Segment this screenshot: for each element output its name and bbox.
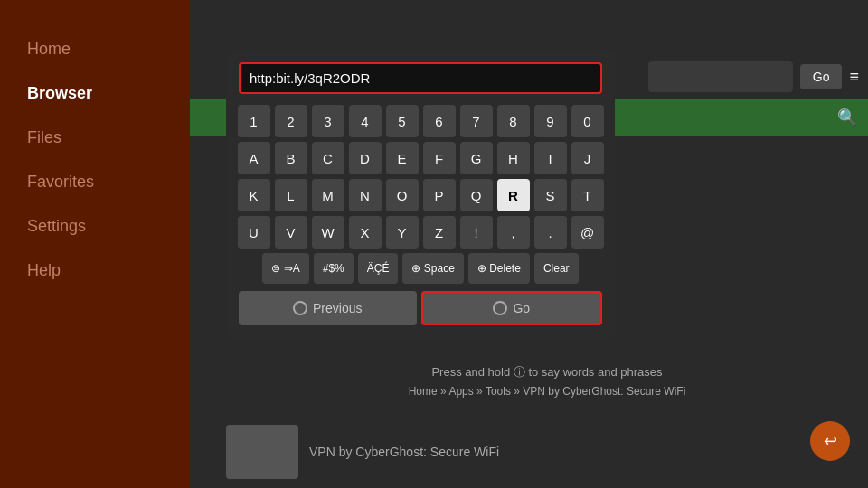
key-O[interactable]: O bbox=[386, 179, 419, 211]
app-thumbnail bbox=[226, 425, 298, 479]
topbar-menu-button[interactable]: ≡ bbox=[849, 68, 859, 87]
key-X[interactable]: X bbox=[349, 216, 382, 249]
main-content: Go ≡ 🔍 1 2 3 4 5 6 7 8 9 0 A bbox=[190, 0, 868, 488]
go-label: Go bbox=[513, 301, 530, 315]
previous-circle-icon bbox=[293, 301, 307, 315]
share-button[interactable]: ↩ bbox=[810, 421, 850, 461]
key-C[interactable]: C bbox=[312, 142, 344, 174]
key-0[interactable]: 0 bbox=[571, 105, 604, 137]
go-circle-icon bbox=[493, 301, 507, 315]
app-title: VPN by CyberGhost: Secure WiFi bbox=[309, 445, 499, 459]
key-comma[interactable]: , bbox=[497, 216, 530, 249]
key-4[interactable]: 4 bbox=[349, 105, 382, 137]
topbar-go-button[interactable]: Go bbox=[800, 64, 843, 89]
sidebar-item-home[interactable]: Home bbox=[0, 27, 190, 71]
breadcrumb-page: VPN by CyberGhost: Secure WiFi bbox=[523, 385, 685, 398]
search-icon: 🔍 bbox=[837, 108, 857, 127]
key-at[interactable]: @ bbox=[571, 216, 604, 249]
key-R[interactable]: R bbox=[497, 179, 530, 211]
keyboard: 1 2 3 4 5 6 7 8 9 0 A B C D E F G H bbox=[239, 105, 602, 284]
go-button[interactable]: Go bbox=[421, 291, 603, 325]
key-L[interactable]: L bbox=[275, 179, 307, 211]
key-row-aj: A B C D E F G H I J bbox=[239, 142, 602, 174]
url-input[interactable] bbox=[239, 62, 602, 94]
sidebar-item-favorites[interactable]: Favorites bbox=[0, 160, 190, 204]
key-M[interactable]: M bbox=[312, 179, 344, 211]
key-delete[interactable]: ⊕ Delete bbox=[468, 253, 530, 284]
key-row-numbers: 1 2 3 4 5 6 7 8 9 0 bbox=[239, 105, 602, 137]
key-I[interactable]: I bbox=[534, 142, 567, 174]
sidebar-item-browser[interactable]: Browser bbox=[0, 71, 190, 116]
key-1[interactable]: 1 bbox=[238, 105, 270, 137]
key-clear[interactable]: Clear bbox=[534, 253, 579, 284]
app-listing: VPN by CyberGhost: Secure WiFi bbox=[226, 425, 868, 479]
previous-button[interactable]: Previous bbox=[239, 291, 417, 325]
key-exclaim[interactable]: ! bbox=[460, 216, 493, 249]
breadcrumb-home: Home bbox=[409, 385, 438, 398]
key-P[interactable]: P bbox=[423, 179, 456, 211]
previous-label: Previous bbox=[313, 301, 362, 315]
key-row-uz: U V W X Y Z ! , . @ bbox=[239, 216, 602, 249]
key-9[interactable]: 9 bbox=[534, 105, 567, 137]
key-K[interactable]: K bbox=[238, 179, 270, 211]
key-hashpercent[interactable]: #$% bbox=[314, 253, 354, 284]
sidebar-item-help[interactable]: Help bbox=[0, 249, 190, 293]
key-U[interactable]: U bbox=[238, 216, 270, 249]
key-row-kt: K L M N O P Q R S T bbox=[239, 179, 602, 211]
key-F[interactable]: F bbox=[423, 142, 456, 174]
key-6[interactable]: 6 bbox=[423, 105, 456, 137]
key-A[interactable]: A bbox=[238, 142, 270, 174]
press-hold-text: Press and hold ⓘ to say words and phrase… bbox=[226, 364, 868, 380]
breadcrumb: Home » Apps » Tools » VPN by CyberGhost:… bbox=[226, 385, 868, 398]
breadcrumb-tools: Tools bbox=[486, 385, 511, 398]
breadcrumb-area: Press and hold ⓘ to say words and phrase… bbox=[226, 364, 868, 398]
key-Q[interactable]: Q bbox=[460, 179, 493, 211]
key-E[interactable]: E bbox=[386, 142, 419, 174]
key-7[interactable]: 7 bbox=[460, 105, 493, 137]
keyboard-overlay: 1 2 3 4 5 6 7 8 9 0 A B C D E F G H bbox=[226, 50, 615, 338]
key-G[interactable]: G bbox=[460, 142, 493, 174]
key-row-special: ⊜ ⇒A #$% ÄÇÉ ⊕ Space ⊕ Delete Clear bbox=[239, 253, 602, 284]
key-T[interactable]: T bbox=[571, 179, 604, 211]
key-H[interactable]: H bbox=[497, 142, 530, 174]
topbar-url-input[interactable] bbox=[648, 61, 793, 92]
sidebar-item-settings[interactable]: Settings bbox=[0, 204, 190, 249]
key-3[interactable]: 3 bbox=[312, 105, 344, 137]
breadcrumb-apps: Apps bbox=[448, 385, 473, 398]
key-8[interactable]: 8 bbox=[497, 105, 530, 137]
sidebar: Home Browser Files Favorites Settings He… bbox=[0, 0, 190, 488]
key-B[interactable]: B bbox=[275, 142, 307, 174]
key-5[interactable]: 5 bbox=[386, 105, 419, 137]
key-period[interactable]: . bbox=[534, 216, 567, 249]
key-2[interactable]: 2 bbox=[275, 105, 307, 137]
key-symbol-toggle[interactable]: ⊜ ⇒A bbox=[262, 253, 308, 284]
key-S[interactable]: S bbox=[534, 179, 567, 211]
key-D[interactable]: D bbox=[349, 142, 382, 174]
key-Y[interactable]: Y bbox=[386, 216, 419, 249]
share-icon: ↩ bbox=[824, 431, 837, 451]
sidebar-item-files[interactable]: Files bbox=[0, 116, 190, 160]
key-V[interactable]: V bbox=[275, 216, 307, 249]
key-N[interactable]: N bbox=[349, 179, 382, 211]
key-W[interactable]: W bbox=[312, 216, 344, 249]
key-space[interactable]: ⊕ Space bbox=[402, 253, 463, 284]
key-accents[interactable]: ÄÇÉ bbox=[358, 253, 399, 284]
action-row: Previous Go bbox=[239, 291, 602, 325]
key-J[interactable]: J bbox=[571, 142, 604, 174]
key-Z[interactable]: Z bbox=[423, 216, 456, 249]
